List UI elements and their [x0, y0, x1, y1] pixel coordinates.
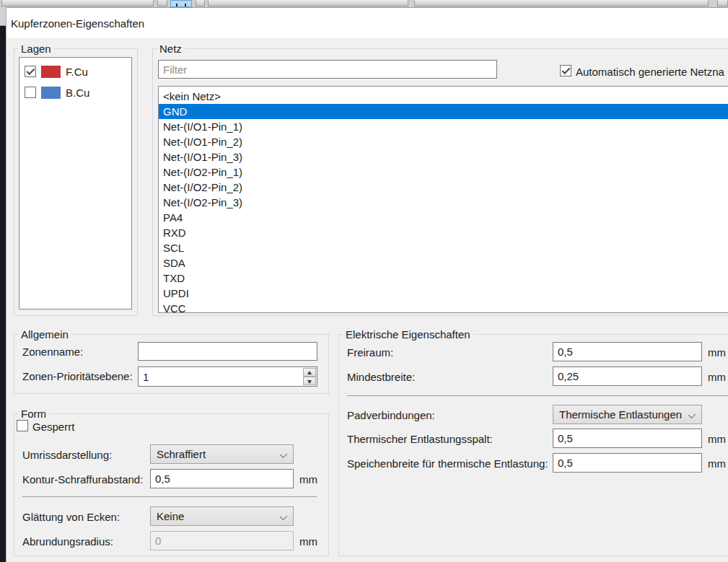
general-group-label: Allgemein	[18, 328, 71, 341]
pad-connection-value: Thermische Entlastungen	[559, 408, 682, 421]
net-list-item[interactable]: PA4	[159, 210, 728, 225]
net-filter-input[interactable]	[158, 60, 497, 79]
electrical-separator	[347, 395, 728, 396]
net-list-item[interactable]: Net-(I/O2-Pin_1)	[159, 164, 728, 180]
layer-fcu-color-swatch	[41, 66, 61, 78]
layer-row-bcu[interactable]: B.Cu	[25, 85, 89, 100]
net-group-label: Netz	[157, 43, 185, 55]
net-list-item[interactable]: Net-(I/O1-Pin_2)	[159, 134, 728, 149]
thermal-gap-label: Thermischer Entlastungsspalt:	[347, 433, 493, 445]
electrical-group-label: Elektrische Eigenschaften	[343, 328, 473, 341]
layer-bcu-label: B.Cu	[66, 87, 89, 99]
corner-radius-unit: mm	[299, 535, 317, 548]
chevron-down-icon	[281, 512, 286, 518]
net-list-item-selected[interactable]: GND	[159, 104, 728, 119]
net-list-item[interactable]: RXD	[159, 225, 728, 240]
net-list-item[interactable]: TXD	[159, 271, 728, 286]
clearance-label: Freiraum:	[347, 346, 393, 359]
corner-smoothing-value: Keine	[157, 510, 184, 522]
outline-display-label: Umrissdarstellung:	[22, 449, 112, 461]
copper-zone-properties-dialog: Kupferzonen-Eigenschaften Lagen F.Cu B.C…	[6, 7, 728, 562]
spinner-buttons	[303, 368, 316, 385]
dialog-titlebar: Kupferzonen-Eigenschaften	[6, 8, 728, 38]
chevron-down-icon	[689, 410, 695, 416]
net-list-item[interactable]: <kein Netz>	[159, 89, 728, 104]
toolbar-segment	[157, 0, 167, 6]
layer-bcu-checkbox[interactable]	[25, 87, 36, 98]
auto-netnames-label: Automatisch generierte Netzna	[576, 66, 724, 78]
corner-smoothing-label: Glättung von Ecken:	[22, 511, 120, 523]
shape-group-label: Form	[18, 408, 49, 420]
corner-smoothing-dropdown[interactable]: Keine	[150, 506, 294, 526]
spin-down-button[interactable]	[303, 377, 316, 385]
corner-radius-label: Abrundungsradius:	[22, 535, 113, 548]
toolbar-active-button[interactable]	[170, 0, 192, 7]
hatch-pitch-label: Kontur-Schraffurabstand:	[22, 473, 143, 486]
chevron-down-icon	[281, 450, 286, 456]
min-width-unit: mm	[708, 371, 726, 383]
layer-row-fcu[interactable]: F.Cu	[25, 64, 88, 79]
net-list-item[interactable]: Net-(I/O1-Pin_1)	[159, 119, 728, 134]
thermal-gap-input[interactable]	[553, 429, 702, 448]
zone-name-input[interactable]	[138, 342, 317, 361]
pad-connection-dropdown[interactable]: Thermische Entlastungen	[553, 405, 702, 424]
net-list-item[interactable]: VCC	[159, 301, 728, 313]
net-list-item[interactable]: SDA	[159, 255, 728, 271]
locked-checkbox[interactable]	[17, 420, 28, 431]
layer-fcu-label: F.Cu	[66, 66, 88, 78]
arrow-up-icon	[307, 371, 312, 374]
toolbar-segment	[208, 0, 408, 6]
thermal-gap-unit: mm	[708, 433, 726, 445]
hatch-pitch-input[interactable]	[150, 469, 294, 488]
pad-connection-label: Padverbindungen:	[347, 409, 435, 421]
net-list-item[interactable]: Net-(I/O2-Pin_2)	[159, 180, 728, 195]
toolbar-segment	[414, 0, 709, 6]
layer-bcu-color-swatch	[41, 87, 61, 99]
net-list-item[interactable]: SCL	[159, 240, 728, 255]
spoke-width-input[interactable]	[553, 453, 702, 473]
layer-fcu-checkbox[interactable]	[25, 66, 36, 77]
min-width-input[interactable]	[553, 366, 702, 386]
zone-priority-label: Zonen-Prioritätsebene:	[22, 370, 133, 382]
net-list-item[interactable]: Net-(I/O2-Pin_3)	[159, 195, 728, 210]
outline-display-value: Schraffiert	[157, 448, 206, 460]
pcb-canvas-edge	[0, 26, 6, 562]
hatch-pitch-unit: mm	[299, 473, 317, 486]
toolbar-segment	[196, 0, 205, 6]
toolbar-segment	[1, 0, 154, 6]
clearance-input[interactable]	[553, 342, 702, 361]
clearance-unit: mm	[708, 346, 726, 359]
zone-priority-spinner[interactable]	[138, 366, 317, 387]
min-width-label: Mindestbreite:	[347, 371, 415, 383]
spoke-width-label: Speichenbreite für thermische Entlastung…	[347, 457, 548, 470]
net-list-item[interactable]: Net-(I/O1-Pin_3)	[159, 149, 728, 164]
background-app-toolbar	[0, 0, 728, 7]
spoke-width-unit: mm	[708, 457, 726, 470]
toolbar-segment	[717, 0, 728, 6]
net-listbox[interactable]: <kein Netz> GND Net-(I/O1-Pin_1) Net-(I/…	[158, 86, 728, 313]
corner-radius-input	[150, 531, 294, 550]
layers-group-label: Lagen	[18, 43, 54, 55]
arrow-down-icon	[307, 380, 312, 384]
locked-label: Gesperrt	[32, 421, 74, 433]
spin-up-button[interactable]	[303, 368, 316, 377]
zone-name-label: Zonenname:	[22, 346, 83, 358]
layers-listbox[interactable]: F.Cu B.Cu	[19, 57, 132, 309]
zone-priority-input[interactable]	[139, 367, 302, 386]
net-list-item[interactable]: UPDI	[159, 286, 728, 301]
outline-display-dropdown[interactable]: Schraffiert	[150, 444, 294, 464]
auto-netnames-checkbox[interactable]	[560, 65, 571, 76]
shape-separator	[22, 496, 317, 497]
dialog-title: Kupferzonen-Eigenschaften	[11, 17, 144, 30]
